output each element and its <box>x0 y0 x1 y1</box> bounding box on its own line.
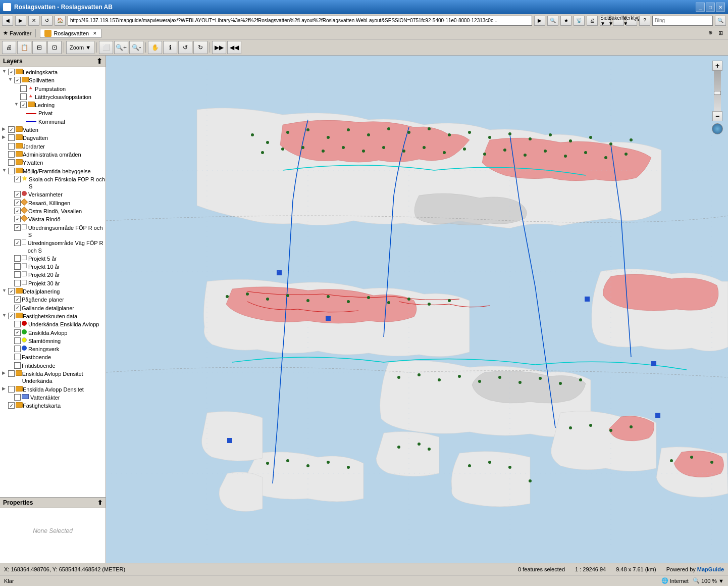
layer-item-fastighetskarta[interactable]: Fastighetskarta <box>0 402 106 410</box>
expand-icon[interactable]: ▶ <box>2 370 8 375</box>
layer-item-utredning-fop[interactable]: Utredningsområde FÖP R och S <box>0 224 106 239</box>
window-controls[interactable]: _ □ ✕ <box>696 3 725 12</box>
layer-item-projekt5[interactable]: Projekt 5 år <box>0 255 106 263</box>
buffer-button[interactable]: ⊡ <box>47 41 62 54</box>
checkbox-ledning[interactable] <box>20 102 27 108</box>
refresh-button[interactable]: ↺ <box>41 16 53 26</box>
checkbox-detaljplanering[interactable] <box>8 288 15 295</box>
layer-item-administrativa[interactable]: Administrativa områden <box>0 151 106 159</box>
layer-item-ostra-rindo[interactable]: Östra Rindö, Vasallen <box>0 207 106 215</box>
expand-icon[interactable]: ▼ <box>8 77 14 82</box>
expand-icon[interactable]: ▼ <box>2 313 8 318</box>
checkbox-fastboende[interactable] <box>14 354 21 360</box>
layer-item-vattentakter[interactable]: Vattentäkter <box>0 394 106 402</box>
checkbox-vatten[interactable] <box>8 126 15 133</box>
zoom-dropdown-icon[interactable]: ▼ <box>718 578 724 584</box>
checkbox-utredning-fop[interactable] <box>14 224 21 231</box>
tab-close-icon[interactable]: ✕ <box>93 31 97 36</box>
print-tool-button[interactable]: 🖨 <box>2 41 16 54</box>
layer-item-fastighetsknuten[interactable]: ▼ Fastighetsknuten data <box>0 312 106 320</box>
favorites-button[interactable]: ★ Favoriter <box>3 30 31 36</box>
zoom-slider-thumb[interactable] <box>714 91 721 95</box>
expand-icon[interactable]: ▼ <box>2 69 8 74</box>
layer-item-mojlig[interactable]: ▼ Möjlig/Framtida bebyggelse <box>0 167 106 175</box>
identify-button[interactable]: ℹ <box>163 41 177 54</box>
checkbox-pumpstation[interactable] <box>20 85 27 92</box>
zoom-in-box-button[interactable]: 🔍+ <box>114 41 128 54</box>
checkbox-projekt30[interactable] <box>14 280 21 286</box>
new-tab-button[interactable]: ⊕ <box>706 30 714 36</box>
measure-button[interactable]: ⊟ <box>32 41 46 54</box>
refresh-map-button[interactable]: ↺ <box>178 41 192 54</box>
go-button[interactable]: ▶ <box>534 16 545 26</box>
layer-item-ledning[interactable]: ▼ Ledning <box>0 101 106 109</box>
expand-icon[interactable]: ▼ <box>14 102 20 107</box>
checkbox-enskilda-green[interactable] <box>14 329 21 336</box>
checkbox-utredning-vag[interactable] <box>14 239 21 246</box>
layer-item-enskilda-densitet-u[interactable]: ▶ Enskilda Avlopp Densitet Underkända <box>0 370 106 385</box>
layer-item-projekt10[interactable]: Projekt 10 år <box>0 263 106 271</box>
select-box-button[interactable]: ⬜ <box>99 41 113 54</box>
layer-item-underkanda[interactable]: Underkända Enskilda Avlopp <box>0 320 106 328</box>
zoom-in-button[interactable]: + <box>712 61 722 71</box>
zoom-out-button[interactable]: − <box>712 111 722 121</box>
checkbox-fritidsboende[interactable] <box>14 362 21 369</box>
checkbox-fastighetskarta[interactable] <box>8 402 15 409</box>
home-button[interactable]: 🏠 <box>55 16 66 26</box>
next-view-button[interactable]: ▶▶ <box>212 41 226 54</box>
stop-button[interactable]: ✕ <box>28 16 39 26</box>
prev-view-button[interactable]: ◀◀ <box>227 41 241 54</box>
search-icon[interactable]: 🔍 <box>547 16 558 26</box>
layer-item-skola[interactable]: ⭐ Skola och Förskola FÖP R och S <box>0 175 106 191</box>
checkbox-resaro[interactable] <box>14 200 21 206</box>
layer-item-resaro[interactable]: Resarö, Killingen <box>0 199 106 207</box>
safety-button[interactable]: Sakerhet ▼ <box>613 16 624 26</box>
checkbox-spillvatten[interactable] <box>14 77 21 83</box>
layer-item-verksamheter[interactable]: Verksamheter <box>0 190 106 199</box>
minimize-button[interactable]: _ <box>696 3 705 12</box>
checkbox-skola[interactable] <box>14 176 21 182</box>
checkbox-projekt10[interactable] <box>14 263 21 270</box>
checkbox-dagvatten[interactable] <box>8 134 15 141</box>
checkbox-reningsverk[interactable] <box>14 346 21 352</box>
star-icon[interactable]: ★ <box>560 16 571 26</box>
zoom-out-button[interactable]: 🔍- <box>129 41 143 54</box>
help-button[interactable]: ? <box>639 16 650 26</box>
layer-item-projekt20[interactable]: Projekt 20 år <box>0 271 106 279</box>
layer-item-spillvatten[interactable]: ▼ Spillvatten <box>0 76 106 84</box>
layer-item-ytvatten[interactable]: Ytvatten <box>0 159 106 167</box>
expand-icon[interactable]: ▶ <box>2 386 8 391</box>
layer-item-utredning-vag[interactable]: Utredningsområde Väg FÖP R och S <box>0 239 106 255</box>
checkbox-pagaende[interactable] <box>14 296 21 303</box>
checkbox-administrativa[interactable] <box>8 151 15 158</box>
checkbox-latttrycks[interactable] <box>20 93 27 100</box>
full-extent-globe-button[interactable] <box>712 123 723 134</box>
layer-item-fritidsboende[interactable]: Fritidsboende <box>0 362 106 370</box>
checkbox-enskilda-densitet[interactable] <box>8 386 15 393</box>
forward-button[interactable]: ▶ <box>15 16 26 26</box>
quick-tabs-button[interactable]: ⊞ <box>716 30 725 36</box>
checkbox-ytvatten[interactable] <box>8 159 15 166</box>
layers-tree[interactable]: ▼ Ledningskarta ▼ Spillvatten <box>0 67 106 497</box>
layer-item-vastra-rindo[interactable]: Västra Rindö <box>0 215 106 223</box>
layer-item-latttrycks[interactable]: 🔺 Lätttrycksavloppstation <box>0 93 106 101</box>
layer-item-pumpstation[interactable]: 🔺 Pumpstation <box>0 85 106 93</box>
checkbox-ostra-rindo[interactable] <box>14 208 21 214</box>
expand-icon[interactable]: ▼ <box>2 288 8 293</box>
url-input[interactable] <box>68 16 532 26</box>
layer-item-projekt30[interactable]: Projekt 30 år <box>0 279 106 287</box>
expand-icon[interactable]: ▶ <box>2 134 8 139</box>
layer-item-detaljplanering[interactable]: ▼ Detaljplanering <box>0 287 106 296</box>
checkbox-mojlig[interactable] <box>8 168 15 174</box>
pan-button[interactable]: ✋ <box>148 41 162 54</box>
checkbox-vattentakter[interactable] <box>14 394 21 401</box>
layer-item-reningsverk[interactable]: Reningsverk <box>0 345 106 353</box>
expand-icon[interactable]: ▶ <box>2 126 8 131</box>
checkbox-fastighetsknuten[interactable] <box>8 313 15 319</box>
expand-icon[interactable]: ▼ <box>2 168 8 173</box>
layer-item-fastboende[interactable]: Fastboende <box>0 353 106 361</box>
bing-search-input[interactable] <box>652 16 713 26</box>
checkbox-ledningskarta[interactable] <box>8 69 15 75</box>
layer-item-gallande[interactable]: Gällande detaljplaner <box>0 304 106 312</box>
checkbox-projekt5[interactable] <box>14 255 21 262</box>
